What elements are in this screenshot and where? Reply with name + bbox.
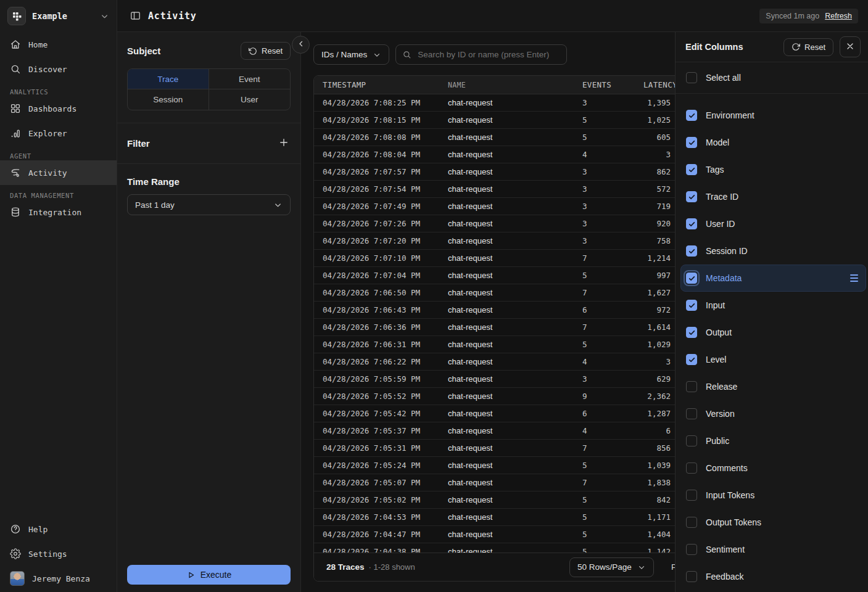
checkbox-public[interactable] (686, 435, 697, 446)
subject-segmented-control: TraceEventSessionUser (127, 68, 291, 110)
column-toggle-session-id[interactable]: Session ID (676, 237, 868, 265)
sidebar-item-integration[interactable]: Integration (0, 200, 117, 224)
cell-name: chat-request (440, 184, 575, 194)
sidebar-item-explorer[interactable]: Explorer (0, 121, 117, 146)
subject-option-session[interactable]: Session (128, 89, 209, 110)
cell-events: 3 (575, 167, 639, 176)
column-header-name[interactable]: NAME (440, 81, 575, 89)
time-range-select[interactable]: Past 1 day (127, 194, 291, 215)
refresh-link[interactable]: Refresh (825, 12, 852, 20)
column-header-events[interactable]: EVENTS (575, 80, 639, 89)
select-all-checkbox[interactable] (686, 72, 697, 83)
column-toggle-sentiment[interactable]: Sentiment (676, 536, 868, 563)
sidebar-item-jeremy-benza[interactable]: Jeremy Benza (0, 566, 117, 591)
column-toggle-public[interactable]: Public (676, 427, 868, 454)
column-label: Trace ID (706, 192, 738, 202)
sidebar-nav: HomeDiscoverANALYTICSDashboardsExplorerA… (0, 32, 117, 517)
column-header-timestamp[interactable]: TIMESTAMP (314, 80, 440, 89)
checkbox-input-tokens[interactable] (686, 490, 697, 501)
cell-latency: 1,395 (639, 98, 676, 107)
chevron-down-icon (273, 200, 283, 210)
home-icon (10, 39, 21, 50)
column-label: Tags (706, 165, 724, 175)
column-toggle-metadata[interactable]: Metadata (680, 265, 866, 292)
checkbox-output[interactable] (686, 327, 697, 338)
columns-reset-button[interactable]: Reset (783, 38, 833, 56)
checkbox-environment[interactable] (686, 110, 697, 121)
cell-events: 5 (575, 271, 639, 280)
subject-option-trace[interactable]: Trace (128, 69, 209, 89)
cell-name: chat-request (440, 426, 575, 435)
cell-name: chat-request (440, 167, 575, 176)
drag-handle-icon[interactable] (850, 274, 858, 282)
column-toggle-comments[interactable]: Comments (676, 454, 868, 482)
checkbox-tags[interactable] (686, 164, 697, 175)
column-toggle-user-id[interactable]: User ID (676, 210, 868, 237)
cell-timestamp: 04/28/2026 7:06:36 PM (314, 323, 440, 332)
cell-latency: 1,287 (639, 409, 676, 418)
checkbox-level[interactable] (686, 354, 697, 365)
checkbox-version[interactable] (686, 408, 697, 419)
cell-events: 3 (575, 184, 639, 194)
sidebar-item-settings[interactable]: Settings (0, 541, 117, 566)
panel-left-icon[interactable] (130, 10, 141, 22)
column-header-latency[interactable]: LATENCY (639, 80, 676, 89)
column-toggle-input-tokens[interactable]: Input Tokens (676, 482, 868, 509)
spacer (127, 215, 291, 565)
column-toggle-model[interactable]: Model (676, 129, 868, 156)
rows-per-page-value: 50 Rows/Page (577, 562, 632, 572)
filters-reset-button[interactable]: Reset (241, 42, 291, 60)
cell-events: 5 (575, 133, 639, 142)
column-toggle-level[interactable]: Level (676, 346, 868, 373)
search-input[interactable] (416, 49, 560, 60)
checkbox-feedback[interactable] (686, 571, 697, 582)
column-toggle-trace-id[interactable]: Trace ID (676, 183, 868, 210)
select-all-row[interactable]: Select all (676, 62, 868, 94)
column-toggle-feedback[interactable]: Feedback (676, 563, 868, 590)
rows-per-page-select[interactable]: 50 Rows/Page (569, 557, 654, 577)
column-toggle-release[interactable]: Release (676, 373, 868, 400)
collapse-panel-button[interactable] (292, 36, 310, 54)
checkbox-output-tokens[interactable] (686, 517, 697, 528)
column-toggle-input[interactable]: Input (676, 292, 868, 319)
checkbox-session-id[interactable] (686, 245, 697, 257)
checkbox-release[interactable] (686, 381, 697, 392)
search-box (395, 44, 567, 65)
cell-timestamp: 04/28/2026 7:08:08 PM (314, 133, 440, 142)
column-toggle-output-tokens[interactable]: Output Tokens (676, 509, 868, 536)
filter-label: Filter (127, 138, 150, 149)
sidebar-item-activity[interactable]: Activity (0, 160, 117, 185)
search-scope-select[interactable]: IDs / Names (313, 44, 389, 65)
execute-button[interactable]: Execute (127, 565, 291, 585)
cell-latency: 920 (639, 219, 676, 228)
subject-option-event[interactable]: Event (209, 69, 291, 89)
subject-option-user[interactable]: User (209, 89, 291, 110)
add-filter-button[interactable] (277, 136, 291, 151)
checkbox-input[interactable] (686, 300, 697, 311)
sidebar-item-home[interactable]: Home (0, 32, 117, 57)
cell-name: chat-request (440, 305, 575, 314)
checkbox-model[interactable] (686, 137, 697, 148)
checkbox-comments[interactable] (686, 462, 697, 474)
workspace-switcher[interactable]: Example (0, 0, 117, 32)
cell-timestamp: 04/28/2026 7:06:43 PM (314, 305, 440, 314)
content: Subject Reset TraceEventSessionUser Filt… (117, 32, 868, 592)
cell-name: chat-request (440, 443, 575, 453)
close-panel-button[interactable] (840, 36, 861, 57)
column-toggle-environment[interactable]: Environment (676, 102, 868, 129)
column-toggle-output[interactable]: Output (676, 319, 868, 346)
checkbox-metadata[interactable] (686, 273, 697, 284)
sidebar-item-dashboards[interactable]: Dashboards (0, 96, 117, 121)
checkbox-trace-id[interactable] (686, 191, 697, 202)
cell-timestamp: 04/28/2026 7:07:26 PM (314, 219, 440, 228)
cell-events: 6 (575, 409, 639, 418)
topbar: Activity Synced 1m ago Refresh (117, 0, 868, 32)
undo-icon (249, 47, 257, 56)
chevron-down-icon (373, 51, 381, 59)
sidebar-item-discover[interactable]: Discover (0, 57, 117, 81)
checkbox-sentiment[interactable] (686, 544, 697, 555)
column-toggle-tags[interactable]: Tags (676, 156, 868, 183)
checkbox-user-id[interactable] (686, 218, 697, 229)
sidebar-item-help[interactable]: Help (0, 517, 117, 541)
column-toggle-version[interactable]: Version (676, 400, 868, 427)
